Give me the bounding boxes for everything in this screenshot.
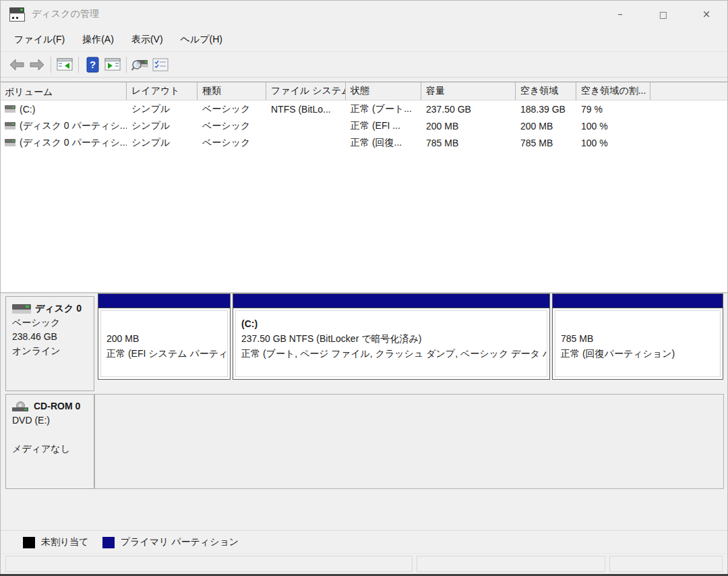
menu-bar: ファイル(F) 操作(A) 表示(V) ヘルプ(H)	[0, 28, 728, 51]
volume-type: ベーシック	[198, 103, 266, 115]
column-header-volume[interactable]: ボリューム	[0, 82, 127, 100]
volume-status: 正常 (回復...	[346, 137, 421, 149]
minimize-button[interactable]: –	[599, 0, 642, 28]
unallocated-swatch	[23, 537, 35, 548]
menu-file[interactable]: ファイル(F)	[5, 31, 73, 49]
partition-color-bar	[233, 294, 549, 308]
disk0-name: ディスク 0	[35, 301, 82, 316]
column-header-free-space[interactable]: 空き領域	[516, 82, 576, 100]
volume-name: (C:)	[20, 104, 35, 115]
disk0-status: オンライン	[12, 344, 94, 358]
volume-status: 正常 (EFI ...	[346, 120, 421, 132]
column-header-capacity[interactable]: 容量	[421, 82, 516, 100]
cdrom-name: CD-ROM 0	[34, 399, 80, 413]
table-row-volume-c[interactable]: (C:) シンプル ベーシック NTFS (BitLo... 正常 (ブート..…	[0, 100, 728, 117]
menu-action[interactable]: 操作(A)	[73, 31, 123, 49]
column-header-free-percent[interactable]: 空き領域の割...	[576, 82, 650, 100]
forward-arrow-icon[interactable]	[27, 55, 47, 74]
primary-partition-swatch	[102, 537, 115, 548]
help-icon[interactable]: ?	[82, 55, 102, 74]
status-bar	[0, 553, 728, 575]
menu-help[interactable]: ヘルプ(H)	[172, 31, 231, 49]
status-pane-right	[609, 556, 723, 572]
show-console-tree-icon[interactable]	[55, 55, 75, 74]
title-bar: ディスクの管理 – □ ×	[0, 0, 728, 28]
back-arrow-icon[interactable]	[7, 55, 27, 74]
disk-magnifier-icon[interactable]	[130, 55, 150, 74]
disk-icon	[12, 304, 31, 314]
cdrom-media-area[interactable]	[94, 394, 724, 489]
partition-status-line: 正常 (回復パーティション)	[561, 346, 720, 361]
close-button[interactable]: ×	[685, 0, 728, 28]
volume-layout: シンプル	[127, 120, 198, 132]
properties-list-icon[interactable]	[150, 55, 171, 74]
graphical-view: ディスク 0 ベーシック 238.46 GB オンライン 200 MB 正常 (…	[0, 292, 728, 531]
partition-status-line: 正常 (EFI システム パーティ	[107, 346, 227, 361]
partition-size-line: 200 MB	[107, 331, 227, 346]
volume-name: (ディスク 0 パーティシ...	[20, 137, 127, 149]
status-pane-main	[5, 556, 413, 572]
volume-list: ボリューム レイアウト 種類 ファイル システム 状態 容量 空き領域 空き領域…	[0, 82, 728, 293]
show-action-pane-icon[interactable]	[102, 55, 123, 74]
cdrom-status: メディアなし	[12, 442, 94, 456]
legend-label-primary-partition: プライマリ パーティション	[121, 536, 239, 548]
volume-free-percent: 100 %	[576, 121, 650, 132]
volume-free-percent: 79 %	[576, 104, 650, 115]
volume-capacity: 237.50 GB	[421, 104, 516, 115]
volume-free: 785 MB	[516, 138, 576, 148]
column-header-layout[interactable]: レイアウト	[127, 82, 198, 100]
volume-name: (ディスク 0 パーティシ...	[20, 120, 127, 132]
hdd-volume-icon	[5, 122, 16, 129]
volume-layout: シンプル	[127, 137, 198, 149]
cdrom-panel[interactable]: CD-ROM 0 DVD (E:) メディアなし	[5, 394, 94, 489]
partition-status-line: 正常 (ブート, ページ ファイル, クラッシュ ダンプ, ベーシック データ …	[241, 346, 547, 361]
volume-free: 200 MB	[516, 121, 576, 132]
volume-filesystem: NTFS (BitLo...	[266, 104, 346, 115]
hdd-volume-icon	[5, 105, 16, 113]
volume-free-percent: 100 %	[576, 138, 650, 148]
menu-view[interactable]: 表示(V)	[123, 31, 172, 49]
column-header-type[interactable]: 種類	[198, 82, 266, 100]
volume-status: 正常 (ブート...	[346, 103, 421, 115]
column-header-filesystem[interactable]: ファイル システム	[266, 82, 346, 100]
volume-type: ベーシック	[198, 120, 266, 132]
partition-color-bar	[553, 294, 723, 308]
legend-label-unallocated: 未割り当て	[41, 536, 89, 548]
window-title: ディスクの管理	[32, 8, 99, 20]
partition-label: (C:)	[241, 316, 547, 331]
volume-layout: シンプル	[127, 103, 198, 115]
cdrom-icon	[12, 401, 30, 412]
table-row-recovery-partition[interactable]: (ディスク 0 パーティシ... シンプル ベーシック 正常 (回復... 78…	[0, 134, 728, 151]
status-pane-secondary	[417, 556, 605, 572]
cdrom-drive: DVD (E:)	[12, 413, 94, 428]
disk0-panel[interactable]: ディスク 0 ベーシック 238.46 GB オンライン	[5, 296, 94, 391]
svg-text:?: ?	[89, 59, 95, 70]
hdd-volume-icon	[5, 139, 16, 146]
column-header-filler	[650, 82, 728, 100]
partition-color-bar	[98, 294, 230, 308]
legend-bar: 未割り当て プライマリ パーティション	[0, 530, 728, 554]
column-header-status[interactable]: 状態	[346, 82, 421, 100]
volume-capacity: 785 MB	[421, 138, 516, 148]
disk-management-app-icon	[9, 7, 26, 22]
table-row-efi-partition[interactable]: (ディスク 0 パーティシ... シンプル ベーシック 正常 (EFI ... …	[0, 117, 728, 134]
partition-recovery[interactable]: 785 MB 正常 (回復パーティション)	[552, 293, 723, 380]
disk0-size: 238.46 GB	[12, 330, 94, 344]
partition-size-line: 237.50 GB NTFS (BitLocker で暗号化済み)	[241, 331, 547, 346]
volume-free: 188.39 GB	[516, 104, 576, 115]
partition-size-line: 785 MB	[561, 331, 720, 346]
partition-c[interactable]: (C:) 237.50 GB NTFS (BitLocker で暗号化済み) 正…	[233, 293, 550, 380]
volume-list-header: ボリューム レイアウト 種類 ファイル システム 状態 容量 空き領域 空き領域…	[0, 82, 728, 100]
maximize-button[interactable]: □	[642, 0, 685, 28]
toolbar: ?	[0, 51, 728, 78]
volume-capacity: 200 MB	[421, 121, 516, 132]
volume-type: ベーシック	[198, 137, 266, 149]
disk0-kind: ベーシック	[12, 316, 94, 330]
partition-efi[interactable]: 200 MB 正常 (EFI システム パーティ	[98, 293, 231, 380]
